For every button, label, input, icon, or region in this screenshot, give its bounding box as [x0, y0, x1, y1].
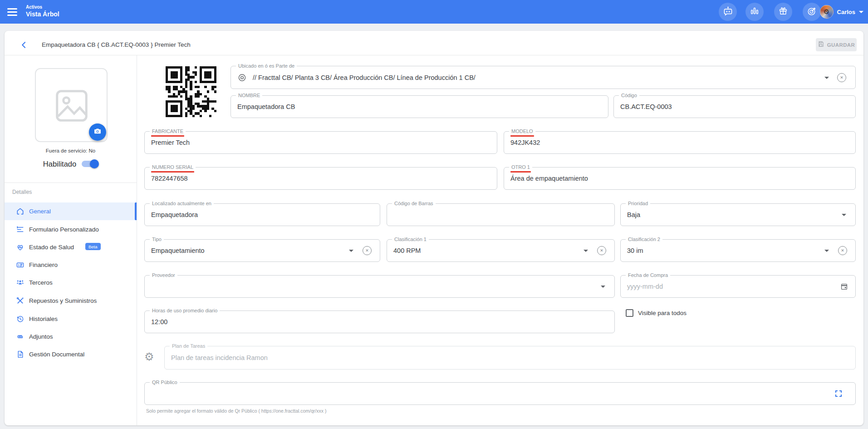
user-menu[interactable]: ⚙ Carlos: [820, 4, 863, 20]
gear-icon[interactable]: ⚙: [144, 351, 154, 362]
fullscreen-icon[interactable]: [834, 390, 843, 398]
dropdown-caret-icon[interactable]: [824, 77, 829, 79]
clear-icon[interactable]: ✕: [597, 246, 606, 255]
field-placeholder: Plan de tareas incidencia Ramon: [171, 354, 268, 361]
field-ubicado-en[interactable]: Ubicado en ó es Parte de // Fracttal CB/…: [230, 66, 856, 89]
upload-photo-button[interactable]: [89, 123, 106, 141]
home-icon: [15, 207, 25, 216]
chevron-down-icon: [859, 11, 863, 13]
field-codigo[interactable]: Código CB.ACT.EQ-0003: [613, 95, 856, 118]
field-otro-1[interactable]: OTRO 1 Área de empaquetamiento: [504, 167, 856, 190]
bar-chart-icon: [750, 6, 760, 18]
sidebar-item-repuestos-y-suministros[interactable]: Repuestos y Suministros: [5, 292, 137, 310]
field-value: 942JK432: [510, 139, 540, 146]
field-modelo[interactable]: MODELO 942JK432: [504, 131, 856, 154]
field-numero-serial[interactable]: NUMERO SERIAL 7822447658: [144, 167, 497, 190]
document-icon: [15, 350, 25, 359]
visible-para-todos-label: Visible para todos: [638, 310, 687, 316]
back-button[interactable]: [18, 39, 30, 51]
field-label: Horas de uso promedio diario: [150, 308, 220, 314]
field-label: Localizado actualmente en: [150, 201, 214, 207]
field-label: NOMBRE: [236, 93, 262, 99]
field-tipo[interactable]: Tipo Empaquetamiento ✕: [144, 239, 380, 262]
sidebar-item-terceros[interactable]: Terceros: [5, 274, 137, 291]
field-qr-publico[interactable]: QR Público: [144, 382, 856, 405]
qr-footnote: Solo permite agregar el formato válido d…: [146, 408, 326, 414]
sidebar-item-general[interactable]: General: [5, 202, 137, 220]
field-label: Ubicado en ó es Parte de: [236, 63, 297, 69]
field-label: Fecha de Compra: [626, 272, 670, 278]
field-label: Plan de Tareas: [170, 343, 207, 349]
dropdown-caret-icon[interactable]: [601, 286, 605, 288]
page: Activos Vista Árbol ⚙ Carlos: [0, 0, 868, 429]
sidebar-item-adjuntos[interactable]: Adjuntos: [5, 328, 137, 345]
clear-icon[interactable]: ✕: [837, 73, 846, 82]
field-nombre[interactable]: NOMBRE Empaquetadora CB: [230, 95, 608, 118]
field-value: Baja: [627, 211, 640, 218]
custom-form-icon: [15, 225, 25, 234]
field-codigo-de-barras[interactable]: Código de Barras: [387, 203, 615, 226]
history-icon: [15, 315, 25, 324]
sidebar-item-gestion-documental[interactable]: Gestión Documental: [5, 345, 137, 363]
calendar-icon[interactable]: [840, 283, 848, 291]
gifts-button[interactable]: [774, 3, 792, 21]
visible-para-todos-checkbox[interactable]: [626, 309, 633, 317]
clear-icon[interactable]: ✕: [363, 246, 372, 255]
beta-badge: Beta: [85, 243, 101, 250]
field-label: Tipo: [150, 237, 164, 242]
dropdown-caret-icon[interactable]: [584, 250, 588, 252]
field-value: Área de empaquetamiento: [510, 175, 588, 182]
image-placeholder-icon: [52, 86, 91, 125]
assistant-bot-button[interactable]: [719, 3, 737, 21]
field-value: // Fracttal CB/ Planta 3 CB/ Área Produc…: [253, 74, 476, 81]
dropdown-caret-icon[interactable]: [349, 250, 353, 252]
field-label: Prioridad: [626, 201, 650, 207]
tools-icon: [15, 296, 25, 306]
divider: [5, 182, 137, 183]
clear-icon[interactable]: ✕: [838, 246, 847, 255]
enabled-toggle[interactable]: [82, 161, 98, 167]
field-value: 30 im: [627, 247, 643, 254]
details-section-label: Detalles: [12, 189, 32, 195]
svg-text:$: $: [18, 263, 20, 266]
sidebar-item-historiales[interactable]: Historiales: [5, 310, 137, 328]
save-button[interactable]: GUARDAR: [816, 38, 857, 51]
panel-divider-vertical: [137, 55, 137, 425]
sidebar-item-estado-de-salud[interactable]: Estado de Salud Beta: [5, 238, 137, 256]
statistics-button[interactable]: [745, 3, 764, 21]
target-icon: [807, 6, 817, 18]
field-fecha-de-compra[interactable]: Fecha de Compra yyyy-mm-dd: [620, 275, 856, 298]
module-title: Activos: [26, 5, 42, 10]
field-value: 7822447658: [151, 175, 188, 182]
field-horas-uso-promedio[interactable]: Horas de uso promedio diario 12:00: [144, 311, 615, 333]
sidebar-item-formulario-personalizado[interactable]: Formulario Personalizado: [5, 221, 137, 238]
field-clasificacion-1[interactable]: Clasificación 1 400 RPM ✕: [387, 239, 615, 262]
field-prioridad[interactable]: Prioridad Baja: [620, 203, 856, 226]
paperclip-icon: [15, 332, 25, 341]
health-heart-icon: [15, 243, 25, 252]
field-label: Proveedor: [150, 272, 177, 278]
field-localizado-actualmente[interactable]: Localizado actualmente en Empaquetadora: [144, 203, 380, 226]
dropdown-caret-icon[interactable]: [824, 250, 829, 252]
header-divider: [5, 55, 863, 55]
field-label-required: MODELO: [509, 128, 535, 134]
robot-icon: [723, 6, 733, 18]
field-plan-de-tareas[interactable]: Plan de Tareas Plan de tareas incidencia…: [164, 346, 856, 370]
field-clasificacion-2[interactable]: Clasificación 2 30 im ✕: [620, 239, 856, 262]
menu-icon[interactable]: [7, 7, 18, 17]
camera-icon: [93, 127, 102, 137]
field-proveedor[interactable]: Proveedor: [144, 275, 615, 298]
sidebar-item-financiero[interactable]: $ Financiero: [5, 256, 137, 274]
out-of-service-status: Fuera de servicio: No: [5, 148, 137, 153]
field-label: Código de Barras: [392, 201, 436, 207]
app-bar: Activos Vista Árbol ⚙ Carlos: [0, 0, 868, 24]
dropdown-caret-icon[interactable]: [842, 214, 846, 216]
field-label: Clasificación 2: [626, 237, 662, 242]
field-label: QR Público: [150, 380, 180, 385]
field-label-required: NUMERO SERIAL: [150, 164, 196, 170]
goals-button[interactable]: [803, 3, 821, 21]
field-value: Premier Tech: [151, 139, 190, 146]
field-fabricante[interactable]: FABRICANTE Premier Tech: [144, 131, 497, 154]
field-value: 400 RPM: [393, 247, 421, 254]
field-label: Código: [619, 93, 639, 99]
